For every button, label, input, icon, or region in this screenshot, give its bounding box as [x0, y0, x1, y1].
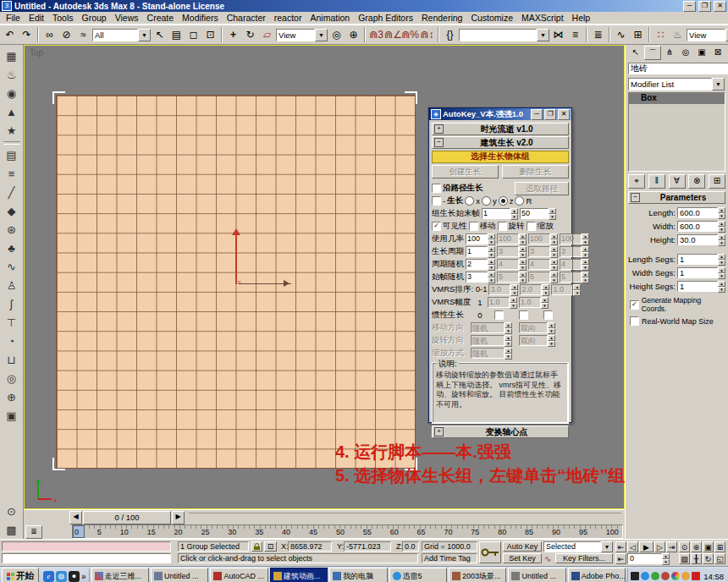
rollout-building-grow[interactable]: −建筑生长 v2.0 [432, 136, 569, 149]
time-slider-handle[interactable]: 0 / 100 [83, 511, 171, 524]
tab-hierarchy-icon[interactable]: ⋔ [662, 46, 677, 60]
height-segs-field[interactable]: 1 [677, 281, 718, 292]
show-end-result-icon[interactable]: ‖ [648, 174, 665, 189]
modifier-stack[interactable]: Box [628, 92, 725, 172]
ie-icon[interactable]: e [43, 571, 54, 582]
vmrs-sort-field-2[interactable]: 2.0 [520, 284, 542, 295]
range-start-field[interactable]: 1 [482, 208, 510, 219]
collapse-icon[interactable]: − [631, 193, 640, 202]
select-manipulate-icon[interactable]: ⊕ [345, 27, 361, 42]
go-to-end-icon[interactable]: ⇥ [666, 541, 677, 552]
mini-curve-editor-button[interactable]: ≣ [25, 525, 42, 539]
auto-key-button[interactable]: Auto Key [503, 541, 542, 552]
close-button[interactable]: ✕ [714, 1, 726, 12]
redo-icon[interactable]: ↷ [19, 27, 35, 42]
dialog-minimize-button[interactable]: ─ [531, 109, 543, 120]
tree-icon[interactable]: ♣ [3, 239, 21, 257]
z-coordinate-field[interactable]: 0.0 [402, 541, 419, 552]
mirror-icon[interactable]: ⋈ [550, 27, 566, 42]
align-icon[interactable]: ≡ [567, 27, 583, 42]
delete-grow-button[interactable]: 删除生长 [502, 165, 569, 178]
pan-icon[interactable]: ╂ [691, 553, 702, 564]
pin-stack-icon[interactable]: ⌖ [628, 174, 645, 189]
primitives-icon[interactable]: ▦ [3, 47, 21, 65]
named-selection-sets-icon[interactable]: {} [442, 27, 458, 42]
taskbar-item-active[interactable]: 建筑动画... [270, 568, 328, 582]
real-world-checkbox[interactable] [630, 316, 639, 326]
select-object-icon[interactable]: ↖ [152, 27, 168, 42]
absolute-offset-toggle-icon[interactable]: ⊡ [264, 541, 277, 552]
menu-modifiers[interactable]: Modifiers [178, 13, 223, 23]
spinner-arrows[interactable]: ▲▼ [718, 281, 725, 292]
axis-y-radio[interactable] [482, 196, 491, 206]
ball-icon[interactable]: ◎ [3, 370, 21, 387]
zoom-region-icon[interactable]: ▧ [679, 553, 690, 564]
select-grow-group-button[interactable]: 选择生长物体组 [432, 151, 569, 163]
pen-icon[interactable]: ╱ [3, 184, 21, 201]
minimize-button[interactable]: ─ [683, 1, 696, 12]
dialog-close-button[interactable]: ✕ [558, 109, 570, 120]
arc-rotate-icon[interactable]: ↻ [703, 553, 714, 564]
menu-group[interactable]: Group [78, 13, 111, 23]
collapse-icon[interactable]: − [434, 138, 444, 147]
configure-modifier-sets-icon[interactable]: ⊞ [709, 174, 725, 189]
taskbar-item[interactable]: 迅雷5 [389, 568, 447, 582]
stack-item-box[interactable]: Box [629, 93, 725, 104]
select-rotate-icon[interactable]: ↻ [242, 27, 258, 42]
render-setup-icon[interactable]: ♨ [670, 27, 686, 42]
teapot-icon[interactable]: ♨ [3, 66, 21, 84]
menu-character[interactable]: Character [223, 13, 270, 23]
select-move-icon[interactable]: + [225, 27, 241, 42]
menu-reactor[interactable]: reactor [270, 13, 306, 23]
inertia-checkbox-3[interactable] [543, 310, 553, 320]
wind-icon[interactable]: ∿ [3, 258, 21, 276]
prob-field-2[interactable]: 100 [497, 233, 519, 244]
restore-button[interactable]: ❐ [698, 1, 711, 12]
spinner-arrows[interactable]: ▲▼ [718, 207, 725, 218]
expand-icon[interactable]: + [434, 124, 444, 134]
axis-z-radio[interactable] [499, 196, 508, 206]
go-to-start-icon[interactable]: ⇤ [615, 541, 626, 552]
curve-editor-icon[interactable]: ∿ [613, 27, 629, 42]
select-link-icon[interactable]: ∞ [41, 27, 58, 42]
bind-spacewarp-icon[interactable]: ≈ [75, 27, 91, 42]
width-field[interactable]: 600.0 [677, 221, 718, 232]
tab-motion-icon[interactable]: ◎ [678, 46, 693, 60]
rollout-transform-pivot[interactable]: +变换轴心点 [432, 426, 569, 438]
previous-frame-icon[interactable]: ◁ [627, 541, 638, 552]
select-by-name-icon[interactable]: ▤ [168, 27, 185, 42]
x-coordinate-field[interactable]: 8658.972 [288, 541, 332, 552]
selection-filter-dropdown[interactable]: All▼ [92, 29, 151, 41]
tray-antivirus-icon[interactable] [692, 572, 700, 580]
chevron-down-icon[interactable]: ▼ [537, 29, 549, 41]
maxscript-listener-white[interactable] [2, 553, 171, 563]
spinner-arrows[interactable]: ▲▼ [510, 208, 518, 219]
dialog-titlebar[interactable]: ◈ AutoKey_V本.强强1.0 ─ ❐ ✕ [429, 108, 571, 120]
new-key-curve-icon[interactable]: ∿ [544, 554, 554, 564]
grow-toggle-checkbox[interactable] [432, 196, 441, 206]
tray-thunder-icon[interactable] [641, 572, 649, 580]
set-key-button[interactable]: Set Key [503, 553, 542, 563]
use-pivot-center-icon[interactable]: ◎ [328, 27, 345, 42]
inertia-checkbox-2[interactable] [519, 310, 528, 320]
keyboard-icon[interactable]: ▤ [3, 146, 21, 164]
along-path-checkbox[interactable] [432, 184, 441, 193]
menu-help[interactable]: Help [568, 13, 595, 23]
vmrs-sort-field-3[interactable]: 1.0 [551, 284, 573, 295]
gizmo-y-axis-arrow[interactable] [235, 230, 237, 284]
cycle-field-4[interactable]: 3 [560, 246, 582, 257]
time-slider-groove[interactable] [189, 513, 621, 522]
zoom-icon[interactable]: ⊙ [679, 541, 690, 552]
chevron-down-icon[interactable]: ▼ [138, 29, 151, 41]
tray-green-icon[interactable] [651, 572, 659, 580]
sphere-icon[interactable]: ◉ [3, 85, 21, 102]
cycle-random-field-1[interactable]: 2 [466, 259, 488, 270]
quick-launch-overflow-chevron[interactable]: » [81, 572, 86, 581]
prob-field-4[interactable]: 100 [560, 233, 582, 244]
key-mode-toggle-icon[interactable]: ⇤ [615, 553, 626, 564]
menu-rendering[interactable]: Rendering [417, 13, 466, 23]
menu-animation[interactable]: Animation [306, 13, 354, 23]
rect-selection-region-icon[interactable]: ◻ [185, 27, 201, 42]
start-random-field-1[interactable]: 3 [466, 272, 488, 283]
spinner-arrows[interactable]: ▲▼ [718, 267, 725, 278]
